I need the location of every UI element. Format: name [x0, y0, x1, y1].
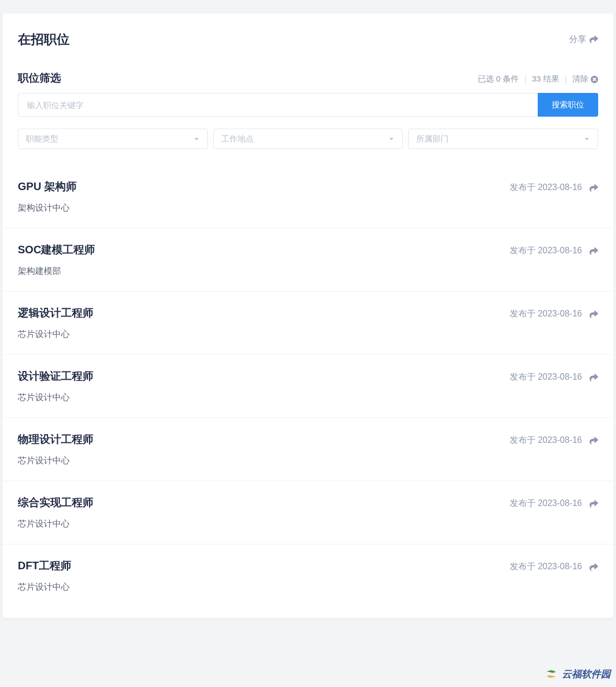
share-icon[interactable]: [590, 500, 598, 508]
job-item[interactable]: 物理设计工程师发布于 2023-08-16芯片设计中心: [3, 418, 613, 481]
job-title: 综合实现工程师: [18, 495, 93, 510]
job-date: 发布于 2023-08-16: [510, 182, 582, 193]
job-header-row: GPU 架构师发布于 2023-08-16: [18, 179, 598, 194]
job-meta: 发布于 2023-08-16: [510, 245, 598, 257]
job-title: 逻辑设计工程师: [18, 306, 93, 320]
watermark-text: 云福软件园: [562, 668, 611, 681]
job-title: 设计验证工程师: [18, 369, 93, 383]
divider: |: [565, 75, 567, 84]
select-label: 所属部门: [416, 134, 449, 144]
filter-title: 职位筛选: [18, 71, 61, 85]
select-label: 职能类型: [26, 134, 58, 144]
select-label: 工作地点: [221, 134, 254, 144]
job-date: 发布于 2023-08-16: [510, 498, 582, 509]
share-icon[interactable]: [590, 310, 598, 319]
filter-meta: 已选 0 条件 | 33 结果 | 清除: [478, 74, 598, 84]
job-department: 芯片设计中心: [18, 329, 598, 340]
share-icon: [590, 35, 598, 44]
main-card: 在招职位 分享 职位筛选 已选 0 条件 | 33 结果 | 清除 搜索职位 职…: [3, 14, 613, 618]
chevron-down-icon: [584, 136, 590, 142]
header: 在招职位 分享: [3, 14, 613, 58]
filter-header: 职位筛选 已选 0 条件 | 33 结果 | 清除: [3, 58, 613, 93]
selected-count: 已选 0 条件: [478, 74, 519, 84]
job-title: SOC建模工程师: [18, 243, 95, 257]
job-meta: 发布于 2023-08-16: [510, 182, 598, 193]
job-header-row: 物理设计工程师发布于 2023-08-16: [18, 432, 598, 447]
job-department: 芯片设计中心: [18, 455, 598, 467]
watermark-logo-icon: [544, 666, 559, 682]
job-title: 物理设计工程师: [18, 432, 93, 447]
department-select[interactable]: 所属部门: [408, 129, 598, 149]
job-date: 发布于 2023-08-16: [510, 561, 582, 572]
job-date: 发布于 2023-08-16: [510, 245, 582, 257]
job-title: GPU 架构师: [18, 179, 77, 194]
location-select[interactable]: 工作地点: [213, 129, 403, 149]
job-meta: 发布于 2023-08-16: [510, 308, 598, 320]
job-date: 发布于 2023-08-16: [510, 372, 582, 383]
job-item[interactable]: GPU 架构师发布于 2023-08-16架构设计中心: [3, 165, 613, 228]
share-icon[interactable]: [590, 373, 598, 382]
job-meta: 发布于 2023-08-16: [510, 498, 598, 509]
job-department: 芯片设计中心: [18, 582, 598, 593]
job-department: 架构建模部: [18, 266, 598, 277]
share-icon[interactable]: [590, 184, 598, 192]
clear-icon: [591, 76, 598, 83]
share-icon[interactable]: [590, 247, 598, 255]
divider: |: [524, 75, 526, 84]
clear-label: 清除: [572, 74, 588, 84]
watermark: 云福软件园: [544, 666, 611, 682]
job-header-row: SOC建模工程师发布于 2023-08-16: [18, 243, 598, 257]
job-meta: 发布于 2023-08-16: [510, 435, 598, 446]
job-header-row: 设计验证工程师发布于 2023-08-16: [18, 369, 598, 383]
share-button[interactable]: 分享: [569, 34, 598, 45]
share-label: 分享: [569, 34, 586, 45]
job-department: 芯片设计中心: [18, 392, 598, 403]
job-item[interactable]: SOC建模工程师发布于 2023-08-16架构建模部: [3, 228, 613, 292]
job-item[interactable]: 逻辑设计工程师发布于 2023-08-16芯片设计中心: [3, 292, 613, 355]
job-meta: 发布于 2023-08-16: [510, 372, 598, 383]
job-title: DFT工程师: [18, 558, 71, 573]
job-item[interactable]: 综合实现工程师发布于 2023-08-16芯片设计中心: [3, 481, 613, 544]
clear-button[interactable]: 清除: [572, 74, 598, 84]
job-department: 芯片设计中心: [18, 518, 598, 530]
share-icon[interactable]: [590, 563, 598, 571]
search-button[interactable]: 搜索职位: [538, 93, 598, 117]
share-icon[interactable]: [590, 436, 598, 445]
job-header-row: 综合实现工程师发布于 2023-08-16: [18, 495, 598, 510]
search-row: 搜索职位: [3, 93, 613, 117]
job-list: GPU 架构师发布于 2023-08-16架构设计中心SOC建模工程师发布于 2…: [3, 165, 613, 607]
chevron-down-icon: [388, 136, 395, 142]
page-title: 在招职位: [18, 31, 70, 48]
job-header-row: 逻辑设计工程师发布于 2023-08-16: [18, 306, 598, 320]
job-item[interactable]: 设计验证工程师发布于 2023-08-16芯片设计中心: [3, 355, 613, 418]
search-input[interactable]: [18, 93, 538, 117]
job-header-row: DFT工程师发布于 2023-08-16: [18, 558, 598, 573]
job-date: 发布于 2023-08-16: [510, 308, 582, 320]
job-department: 架构设计中心: [18, 203, 598, 214]
selects-row: 职能类型 工作地点 所属部门: [3, 129, 613, 165]
result-count: 33 结果: [532, 74, 559, 84]
job-meta: 发布于 2023-08-16: [510, 561, 598, 572]
function-type-select[interactable]: 职能类型: [18, 129, 208, 149]
job-item[interactable]: DFT工程师发布于 2023-08-16芯片设计中心: [3, 544, 613, 607]
job-date: 发布于 2023-08-16: [510, 435, 582, 446]
chevron-down-icon: [193, 136, 200, 142]
